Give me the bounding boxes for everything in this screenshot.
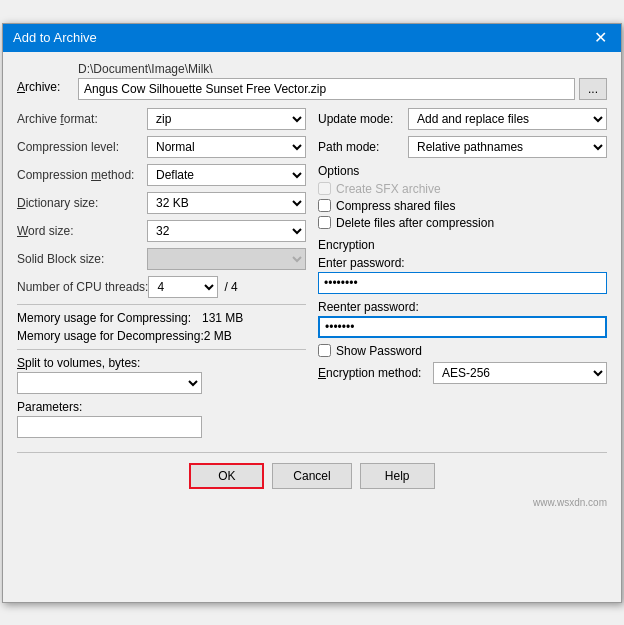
split-label: Split to volumes, bytes: [17, 356, 306, 370]
watermark: www.wsxdn.com [0, 497, 615, 512]
cpu-label: Number of CPU threads: [17, 280, 148, 294]
mem-compress-row: Memory usage for Compressing: 131 MB [17, 311, 306, 325]
word-size-label: Word size: [17, 224, 147, 238]
cpu-row: Number of CPU threads: 4 1 2 8 / 4 [17, 276, 306, 298]
compression-level-row: Compression level: Normal Store Fast Max… [17, 136, 306, 158]
compression-method-control: Deflate Deflate64 BZip2 [147, 164, 306, 186]
cpu-inner-row: 4 1 2 8 / 4 [148, 276, 306, 298]
options-section: Options Create SFX archive Compress shar… [318, 164, 607, 230]
dialog-title: Add to Archive [13, 30, 97, 45]
compress-shared-row: Compress shared files [318, 199, 607, 213]
update-mode-select[interactable]: Add and replace files Update and add fil… [408, 108, 607, 130]
mem-decompress-value: 2 MB [204, 329, 232, 343]
help-button[interactable]: Help [360, 463, 435, 489]
format-row: Archive format: zip 7z tar [17, 108, 306, 130]
show-pw-checkbox[interactable] [318, 344, 331, 357]
show-pw-label: Show Password [336, 344, 422, 358]
sfx-label: Create SFX archive [336, 182, 441, 196]
params-label: Parameters: [17, 400, 306, 414]
solid-block-select[interactable] [147, 248, 306, 270]
reenter-pw-label: Reenter password: [318, 300, 607, 314]
title-bar: Add to Archive ✕ [3, 24, 621, 52]
compression-level-control: Normal Store Fast Maximum [147, 136, 306, 158]
compression-level-label: Compression level: [17, 140, 147, 154]
params-row: Parameters: [17, 400, 306, 438]
path-mode-label: Path mode: [318, 140, 408, 154]
format-select[interactable]: zip 7z tar [147, 108, 306, 130]
cancel-button[interactable]: Cancel [272, 463, 351, 489]
archive-row: Archive: D:\Document\Image\Milk\ ... [17, 62, 607, 100]
sfx-row: Create SFX archive [318, 182, 607, 196]
show-pw-row: Show Password [318, 344, 607, 358]
word-size-select[interactable]: 32 16 64 [147, 220, 306, 242]
enc-method-select[interactable]: AES-256 ZipCrypto [433, 362, 607, 384]
cpu-of-label: / 4 [224, 280, 237, 294]
close-button[interactable]: ✕ [590, 30, 611, 46]
update-mode-row: Update mode: Add and replace files Updat… [318, 108, 607, 130]
encryption-section: Encryption Enter password: Reenter passw… [318, 238, 607, 384]
update-mode-control: Add and replace files Update and add fil… [408, 108, 607, 130]
compress-shared-label: Compress shared files [336, 199, 455, 213]
mem-compress-label: Memory usage for Compressing: [17, 311, 202, 325]
mem-decompress-label: Memory usage for Decompressing: [17, 329, 204, 343]
button-bar: OK Cancel Help [3, 453, 621, 501]
reenter-pw-input[interactable] [318, 316, 607, 338]
cpu-select[interactable]: 4 1 2 8 [148, 276, 218, 298]
archive-filename-input[interactable] [78, 78, 575, 100]
delete-files-row: Delete files after compression [318, 216, 607, 230]
delete-files-checkbox[interactable] [318, 216, 331, 229]
compress-shared-checkbox[interactable] [318, 199, 331, 212]
solid-block-label: Solid Block size: [17, 252, 147, 266]
dict-size-control: 32 KB 16 KB 64 KB [147, 192, 306, 214]
params-input[interactable] [17, 416, 202, 438]
enter-pw-label: Enter password: [318, 256, 607, 270]
path-mode-control: Relative pathnames Full pathnames Absolu… [408, 136, 607, 158]
sfx-checkbox[interactable] [318, 182, 331, 195]
path-mode-select[interactable]: Relative pathnames Full pathnames Absolu… [408, 136, 607, 158]
enc-method-label: Encryption method: [318, 366, 433, 380]
enc-method-control: AES-256 ZipCrypto [433, 362, 607, 384]
browse-button[interactable]: ... [579, 78, 607, 100]
mem-decompress-row: Memory usage for Decompressing: 2 MB [17, 329, 306, 343]
options-title: Options [318, 164, 607, 178]
compression-method-label: Compression method: [17, 168, 147, 182]
archive-input-row: ... [78, 78, 607, 100]
cpu-control: 4 1 2 8 / 4 [148, 276, 306, 298]
dialog-body: Archive: D:\Document\Image\Milk\ ... Arc… [3, 52, 621, 452]
add-to-archive-dialog: Add to Archive ✕ Archive: D:\Document\Im… [2, 23, 622, 603]
format-control: zip 7z tar [147, 108, 306, 130]
main-grid: Archive format: zip 7z tar Compression l… [17, 108, 607, 444]
word-size-control: 32 16 64 [147, 220, 306, 242]
delete-files-label: Delete files after compression [336, 216, 494, 230]
update-mode-label: Update mode: [318, 112, 408, 126]
ok-button[interactable]: OK [189, 463, 264, 489]
dict-size-label: Dictionary size: [17, 196, 147, 210]
archive-label: Archive: [17, 62, 72, 94]
compression-method-row: Compression method: Deflate Deflate64 BZ… [17, 164, 306, 186]
compression-level-select[interactable]: Normal Store Fast Maximum [147, 136, 306, 158]
dict-size-row: Dictionary size: 32 KB 16 KB 64 KB [17, 192, 306, 214]
word-size-row: Word size: 32 16 64 [17, 220, 306, 242]
archive-path-text: D:\Document\Image\Milk\ [78, 62, 607, 76]
mem-compress-value: 131 MB [202, 311, 243, 325]
compression-method-select[interactable]: Deflate Deflate64 BZip2 [147, 164, 306, 186]
split-row: Split to volumes, bytes: 1457664 2880 KB… [17, 356, 306, 394]
right-column: Update mode: Add and replace files Updat… [318, 108, 607, 444]
format-label: Archive format: [17, 112, 147, 126]
left-column: Archive format: zip 7z tar Compression l… [17, 108, 306, 444]
enc-method-row: Encryption method: AES-256 ZipCrypto [318, 362, 607, 384]
split-select[interactable]: 1457664 2880 KB 10 MB [17, 372, 202, 394]
archive-path-col: D:\Document\Image\Milk\ ... [78, 62, 607, 100]
solid-block-row: Solid Block size: [17, 248, 306, 270]
path-mode-row: Path mode: Relative pathnames Full pathn… [318, 136, 607, 158]
enter-pw-input[interactable] [318, 272, 607, 294]
solid-block-control [147, 248, 306, 270]
encryption-title: Encryption [318, 238, 607, 252]
dict-size-select[interactable]: 32 KB 16 KB 64 KB [147, 192, 306, 214]
